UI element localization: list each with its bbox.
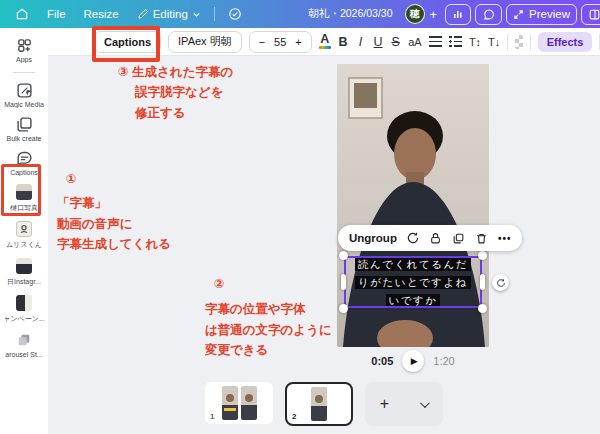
sidebar-item-bulk-create[interactable]: Bulk create	[0, 115, 48, 142]
strikethrough-button[interactable]: S	[390, 31, 401, 53]
home-button[interactable]	[8, 4, 36, 24]
color-rainbow-bar	[319, 46, 331, 49]
save-status-button[interactable]	[221, 4, 249, 24]
resize-handle-left[interactable]	[341, 274, 346, 290]
duplicate-button[interactable]	[452, 231, 466, 245]
pencil-icon	[137, 8, 149, 20]
sidebar-item-carousel[interactable]: arousel St...	[0, 331, 48, 358]
page-thumbnail-2[interactable]: 2	[285, 382, 353, 426]
sidebar-label: Magic Media	[4, 101, 44, 108]
italic-button[interactable]: I	[355, 31, 366, 53]
letter-spacing-button[interactable]: T↕	[469, 31, 481, 53]
sidebar-divider	[13, 72, 35, 73]
comment-bubble-icon	[482, 8, 495, 21]
playback-controls: 0:05 ▶ 1:20	[337, 350, 489, 372]
editing-mode-menu[interactable]: Editing	[130, 5, 208, 23]
red-highlight-captions-toolbar[interactable]	[92, 26, 160, 62]
resize-handle-right[interactable]	[480, 274, 485, 290]
sidebar-item-apps[interactable]: Apps	[0, 36, 48, 63]
sidebar-item-instagram-folder[interactable]: 日Instagr...	[0, 257, 48, 287]
regenerate-button[interactable]	[406, 231, 420, 245]
preview-label: Preview	[529, 8, 570, 20]
add-page-button[interactable]: +	[365, 395, 404, 413]
list-button[interactable]	[449, 31, 462, 53]
annotation-line: ③ 生成された字幕の	[118, 62, 233, 82]
cloud-check-icon	[228, 7, 242, 21]
more-options-button[interactable]: •••	[498, 233, 512, 244]
underline-button[interactable]: U	[373, 31, 384, 53]
resize-handle-top-right[interactable]	[478, 251, 487, 260]
ungroup-button[interactable]: Ungroup	[349, 232, 397, 244]
play-button[interactable]: ▶	[402, 350, 424, 372]
annotation-step1[interactable]: ① 「字幕」 動画の音声に 字幕生成してくれる	[57, 169, 171, 254]
effects-button[interactable]: Effects	[538, 32, 593, 52]
panel-layout-icon	[588, 8, 600, 21]
avatar[interactable]: 穂	[405, 4, 425, 24]
lock-button[interactable]	[429, 231, 443, 245]
red-highlight-captions-sidebar[interactable]	[1, 164, 41, 216]
subtitle-line[interactable]: りがたいとですよね	[355, 276, 471, 289]
annotation-line: 字幕生成してくれる	[57, 234, 171, 254]
bar-chart-icon	[452, 8, 464, 20]
design-canvas[interactable]: ③ 生成された字幕の 誤字脱字などを 修正する ① 「字幕」 動画の音声に 字幕…	[48, 56, 600, 434]
top-bar-divider	[214, 7, 215, 21]
top-bar-right: 朝礼・2026/03/30 穂 + Preview	[308, 4, 592, 25]
character-icon	[15, 220, 33, 238]
collapse-strip-button[interactable]	[404, 401, 443, 408]
annotation-step2[interactable]: ② 字幕の位置や字体 は普通の文字のように 変更できる	[205, 274, 332, 360]
file-menu[interactable]: File	[40, 5, 73, 23]
sidebar-label: 日Instagr...	[7, 277, 41, 287]
transparency-button[interactable]	[515, 35, 523, 49]
font-size-decrease[interactable]: −	[259, 36, 265, 48]
bold-button[interactable]: B	[338, 31, 349, 53]
sidebar-label: ムリスくん	[6, 240, 42, 250]
resize-handle-top-left[interactable]	[339, 251, 348, 260]
chevron-down-icon	[192, 10, 201, 19]
sidebar-item-campaign-folder[interactable]: ャンペーン...	[0, 294, 48, 324]
sidebar-item-magic-media[interactable]: Magic Media	[0, 81, 48, 108]
resize-menu[interactable]: Resize	[77, 5, 126, 23]
text-color-label: A	[320, 34, 329, 45]
insights-button[interactable]	[445, 4, 471, 25]
page-strip: 1 2 +	[48, 382, 600, 426]
list-icon	[449, 36, 462, 47]
annotation-step3[interactable]: ③ 生成された字幕の 誤字脱字などを 修正する	[118, 62, 233, 123]
alignment-icon	[429, 36, 442, 47]
file-menu-label: File	[47, 8, 66, 20]
letter-spacing-label: T↕	[469, 36, 481, 48]
page-thumbnail-1[interactable]: 1	[205, 382, 273, 424]
play-icon: ▶	[411, 356, 418, 366]
annotation-line: 修正する	[118, 103, 233, 123]
text-color-button[interactable]: A	[319, 31, 331, 53]
text-case-button[interactable]: aA	[408, 31, 422, 53]
video-thumbnail	[222, 386, 238, 420]
video-thumbnail	[311, 387, 327, 421]
panels-button[interactable]	[581, 4, 600, 25]
comments-button[interactable]	[475, 4, 502, 25]
subtitle-line[interactable]: いですか	[386, 294, 441, 307]
annotation-line: 誤字脱字などを	[118, 82, 233, 102]
subtitle-line[interactable]: 読んでくれてるんだ	[355, 258, 471, 271]
delete-button[interactable]	[475, 231, 489, 245]
vertical-text-button[interactable]: T↓	[488, 31, 500, 53]
resize-handle-bottom-right[interactable]	[478, 304, 487, 313]
font-size-stepper: − 55 +	[249, 31, 312, 53]
font-family-select[interactable]: IPAex 明朝	[168, 31, 242, 53]
font-size-value[interactable]: 55	[274, 36, 286, 48]
italic-label: I	[359, 35, 362, 49]
toolbar-divider	[507, 34, 508, 50]
chevron-down-icon	[420, 398, 430, 408]
rotate-handle[interactable]	[492, 274, 509, 291]
resize-handle-bottom-left[interactable]	[339, 304, 348, 313]
strikethrough-label: S	[391, 35, 399, 49]
subtitle-text-group[interactable]: 読んでくれてるんだ りがたいとですよね いですか	[344, 256, 482, 308]
page-strip-controls: +	[365, 382, 443, 426]
toolbar-divider	[530, 34, 531, 50]
add-member-button[interactable]: +	[430, 7, 438, 22]
document-title[interactable]: 朝礼・2026/03/30	[308, 7, 392, 21]
font-size-increase[interactable]: +	[295, 36, 301, 48]
preview-button[interactable]: Preview	[506, 4, 577, 25]
sidebar-item-murisukun[interactable]: ムリスくん	[0, 220, 48, 250]
alignment-button[interactable]	[429, 31, 442, 53]
annotation-line: 変更できる	[205, 340, 332, 360]
